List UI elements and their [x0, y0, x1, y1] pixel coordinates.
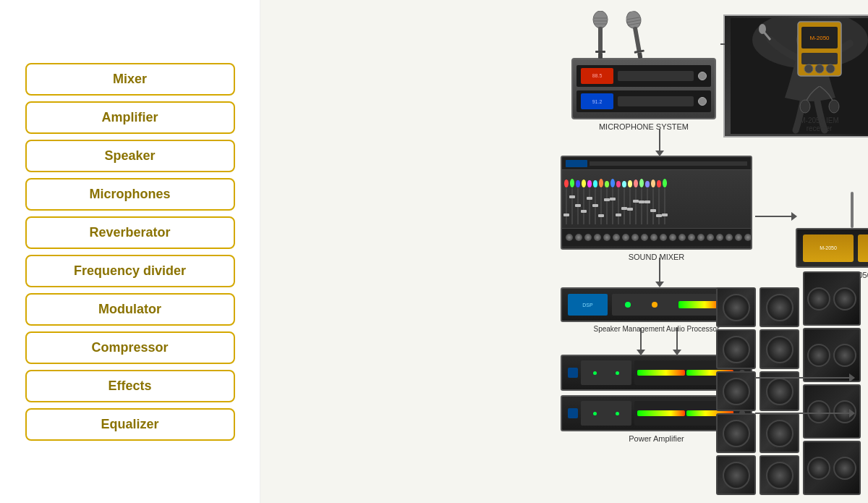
fader-track-12: [635, 188, 637, 224]
fader-ch-15: [651, 179, 655, 224]
speaker-cab-0-1: [716, 329, 756, 369]
fader-track-8: [612, 188, 613, 224]
speaker-cone-0-0: [723, 294, 750, 321]
sidebar-btn-amplifier[interactable]: Amplifier: [25, 101, 235, 134]
sub-cone-0b: [833, 287, 856, 310]
sidebar-btn-modulator[interactable]: Modulator: [25, 293, 235, 326]
fader-track-14: [647, 188, 648, 224]
speaker-cab-0-0: [716, 287, 756, 327]
mixer-knob-15: [707, 234, 714, 241]
mic-row-bar-2: [618, 96, 694, 106]
fader-ch-6: [599, 179, 603, 224]
fader-track-17: [664, 188, 665, 224]
fader-track-16: [658, 188, 660, 224]
svg-text:M-2050: M-2050: [809, 35, 830, 41]
arrow-amp1-to-speaker: [755, 373, 855, 382]
sidebar-btn-reverberator[interactable]: Reverberator: [25, 216, 235, 249]
mixer-knob-16: [716, 234, 723, 241]
arrow-proc-to-amp-2: [673, 328, 681, 355]
fader-thumb-6: [598, 214, 604, 217]
fader-knob-5: [593, 180, 597, 187]
fader-knob-11: [628, 180, 632, 187]
sub-cone-3a: [807, 457, 830, 480]
fader-knob-3: [582, 179, 586, 187]
speaker-array: [716, 271, 861, 495]
iem-receiver-label: M-2050 IEM: [788, 117, 850, 124]
sidebar-btn-microphones[interactable]: Microphones: [25, 178, 235, 211]
fader-knob-15: [651, 179, 655, 187]
mixer-brand: [566, 160, 587, 167]
speaker-cone-0-4: [723, 462, 750, 489]
fader-track-0: [566, 188, 567, 224]
fader-ch-12: [634, 179, 638, 224]
fader-ch-11: [628, 180, 632, 224]
svg-rect-3: [598, 53, 603, 59]
fader-ch-2: [576, 180, 580, 224]
tx-display-1: M-2050: [803, 234, 854, 262]
mixer-top-bar: [562, 157, 751, 170]
fader-track-15: [652, 188, 654, 224]
sub-cone-1a: [807, 344, 830, 367]
fader-track-6: [600, 188, 602, 224]
line-mic-concert: [720, 43, 725, 45]
fader-thumb-8: [610, 198, 616, 200]
sub-cone-3b: [833, 457, 856, 480]
fader-knob-8: [610, 179, 615, 187]
fader-track-10: [624, 188, 625, 224]
fader-thumb-4: [587, 197, 592, 200]
svg-rect-1: [598, 27, 603, 52]
mixer-faders-area: [562, 170, 751, 228]
fader-knob-17: [663, 179, 667, 187]
sidebar-btn-mixer[interactable]: Mixer: [25, 63, 235, 96]
fader-track-1: [571, 188, 573, 224]
fader-track-7: [606, 188, 608, 224]
sidebar-btn-effects[interactable]: Effects: [25, 370, 235, 402]
fader-ch-7: [605, 181, 609, 224]
mixer-knob-0: [566, 234, 573, 241]
speaker-cab-0-3: [716, 413, 756, 453]
mixer-knob-12: [678, 234, 686, 241]
proc-meter: [678, 301, 722, 308]
mixer-box: [561, 156, 752, 250]
fader-thumb-9: [616, 214, 621, 216]
svg-rect-8: [633, 27, 642, 53]
sidebar-btn-speaker[interactable]: Speaker: [25, 140, 235, 172]
mic-icon-1: [590, 11, 611, 62]
mic-system-label: MICROPHONE SYSTEM: [571, 122, 716, 131]
main-content: 88.5 91.2 MICROPHONE SYSTEM: [260, 0, 868, 503]
meter-2a: [637, 410, 685, 416]
fader-group: [564, 174, 667, 224]
fader-knob-10: [622, 181, 626, 187]
mic-display-red: 88.5: [581, 68, 613, 84]
fader-knob-0: [564, 179, 569, 187]
fader-thumb-0: [563, 214, 569, 216]
svg-point-23: [804, 64, 813, 73]
sidebar-btn-compressor[interactable]: Compressor: [25, 331, 235, 364]
speaker-cone-0-2: [723, 378, 750, 405]
speaker-cab-1-3: [760, 413, 799, 453]
fader-thumb-14: [644, 200, 650, 203]
amp-panel-1: [581, 360, 631, 385]
sidebar-btn-equalizer[interactable]: Equalizer: [25, 408, 235, 441]
svg-point-26: [800, 100, 810, 113]
speaker-col-1: [760, 287, 799, 495]
amp-logo-2: [568, 408, 578, 418]
iem-receiver-unit: M-2050 M-2050 IEM receiver: [788, 18, 850, 132]
fader-ch-17: [663, 179, 667, 224]
fader-track-2: [577, 188, 579, 224]
speaker-cone-1-0: [766, 294, 793, 321]
amp-led-2b: [616, 412, 619, 415]
fader-knob-1: [570, 179, 574, 187]
fader-ch-13: [639, 179, 644, 224]
sidebar-btn-frequency-divider[interactable]: Frequency divider: [25, 255, 235, 287]
fader-knob-16: [657, 180, 661, 187]
mixer-knob-17: [726, 234, 733, 241]
mixer-knob-1: [575, 234, 582, 241]
mic-knob-2: [698, 97, 707, 106]
sub-cab-0: [803, 271, 861, 326]
amp-panel-2: [581, 401, 631, 426]
arrow-amp2-to-speaker: [755, 409, 855, 418]
antenna-1: [851, 192, 854, 228]
fader-knob-14: [645, 181, 650, 187]
svg-point-24: [815, 64, 824, 73]
